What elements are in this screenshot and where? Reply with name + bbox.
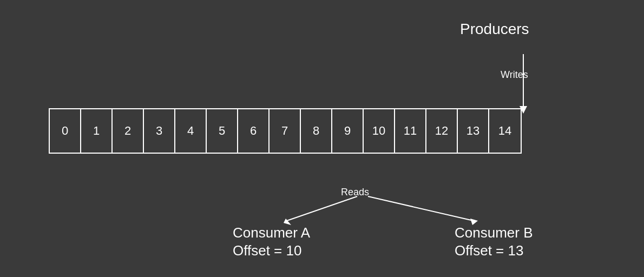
queue-cell-13: 13: [458, 109, 489, 153]
queue-cell-3: 3: [144, 109, 175, 153]
queue-cell-9: 9: [332, 109, 364, 153]
svg-line-4: [368, 196, 474, 221]
queue-cell-10: 10: [364, 109, 395, 153]
queue-cell-4: 4: [175, 109, 207, 153]
queue-cell-12: 12: [426, 109, 458, 153]
queue-cell-0: 0: [50, 109, 81, 153]
queue-cell-1: 1: [81, 109, 113, 153]
svg-line-2: [287, 196, 357, 221]
consumer-b-label: Consumer B: [455, 225, 533, 241]
reads-label: Reads: [341, 187, 369, 198]
queue-cell-7: 7: [270, 109, 301, 153]
producers-label: Producers: [460, 21, 529, 38]
diagram-container: Producers Writes 0 1 2 3 4 5 6 7 8 9 10 …: [0, 0, 644, 277]
consumer-a-label: Consumer A: [233, 225, 310, 241]
queue-cell-8: 8: [301, 109, 332, 153]
queue-cell-11: 11: [395, 109, 426, 153]
queue-cell-2: 2: [113, 109, 144, 153]
queue-container: 0 1 2 3 4 5 6 7 8 9 10 11 12 13 14: [49, 108, 522, 154]
writes-label: Writes: [501, 69, 528, 81]
queue-cell-5: 5: [207, 109, 238, 153]
consumer-b-offset: Offset = 13: [455, 242, 523, 259]
queue-cell-6: 6: [238, 109, 270, 153]
queue-cell-14: 14: [489, 109, 521, 153]
consumer-a-offset: Offset = 10: [233, 242, 301, 259]
